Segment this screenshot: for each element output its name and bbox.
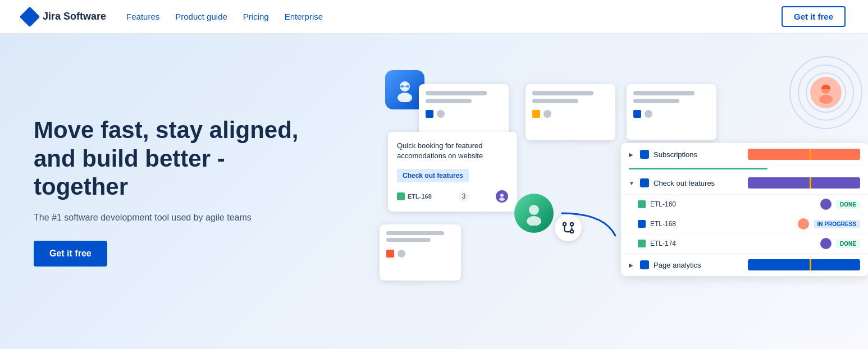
person-icon — [392, 77, 417, 102]
etl160-label: ETL-160 — [650, 200, 816, 208]
roadmap-row-subscriptions: ▶ Subscriptions — [621, 143, 868, 166]
check-icon — [638, 240, 646, 247]
card-line — [532, 91, 593, 95]
card-line — [633, 91, 695, 95]
svg-point-5 — [500, 194, 504, 197]
task-card-footer: ETL-168 3 — [397, 190, 508, 203]
avatar-red-person — [810, 77, 842, 108]
main-task-card: Quick booking for featured accomodations… — [388, 132, 517, 212]
timeline-marker — [810, 149, 811, 160]
check-icon — [638, 200, 646, 208]
user-avatar-3 — [820, 238, 832, 249]
timeline-marker — [810, 177, 811, 189]
task-card-title: Quick booking for featured accomodations… — [397, 141, 508, 161]
card-line — [386, 238, 431, 242]
checkout-bar — [748, 177, 860, 189]
bar-blue — [748, 259, 860, 270]
sub-row-etl168: ETL-168 IN PROGRESS — [621, 214, 868, 234]
card-dots — [633, 110, 710, 118]
card-line — [633, 99, 679, 103]
gray-dot — [437, 110, 445, 118]
expand-icon: ▶ — [629, 151, 636, 158]
roadmap-panel: ▶ Subscriptions ▼ Check out features — [621, 143, 868, 276]
blue-dot — [633, 110, 641, 118]
svg-point-8 — [527, 216, 541, 226]
check-out-features-badge: Check out features — [397, 169, 469, 182]
hero-text: Move fast, stay aligned, and build bette… — [0, 116, 314, 266]
etl-count: 3 — [458, 191, 469, 202]
nav-left: Jira Software Features Product guide Pri… — [22, 10, 323, 24]
row-icon-blue — [640, 150, 649, 159]
hero-title: Move fast, stay aligned, and build bette… — [34, 116, 314, 201]
card-dots — [532, 110, 609, 118]
expand-icon: ▶ — [629, 262, 636, 268]
subscriptions-bar — [748, 149, 860, 160]
get-it-free-nav-button[interactable]: Get it free — [782, 6, 846, 27]
analytics-label: Page analytics — [654, 261, 743, 269]
row-icon-blue — [640, 178, 649, 187]
etl-avatar — [496, 190, 508, 203]
svg-point-13 — [819, 95, 833, 104]
card-line — [426, 99, 472, 103]
etl-icon — [397, 192, 405, 200]
etl-badge: ETL-168 — [397, 192, 432, 200]
nav-link-product-guide[interactable]: Product guide — [175, 12, 227, 21]
sub-row-etl160: ETL-160 DONE — [621, 195, 868, 214]
sub-row-etl174: ETL-174 DONE — [621, 234, 868, 254]
svg-point-6 — [499, 198, 505, 201]
svg-rect-3 — [406, 85, 409, 88]
checkout-label: Check out features — [654, 179, 743, 187]
gray-dot — [543, 110, 551, 118]
bar-orange — [748, 149, 860, 160]
status-done-1: DONE — [836, 200, 860, 209]
red-dot — [386, 250, 394, 258]
analytics-bar — [748, 259, 860, 270]
avatar-ring-container — [789, 56, 862, 129]
roadmap-row-checkout: ▼ Check out features — [621, 172, 868, 195]
jira-diamond-icon — [20, 6, 40, 27]
hero-subtitle: The #1 software development tool used by… — [34, 213, 314, 223]
roadmap-row-analytics: ▶ Page analytics — [621, 254, 868, 276]
kanban-card-3 — [627, 84, 716, 140]
card-line — [532, 99, 578, 103]
card-dots — [386, 250, 454, 258]
gray-dot — [398, 250, 405, 258]
status-inprogress: IN PROGRESS — [814, 220, 860, 228]
progress-bar — [629, 168, 768, 169]
card-dots — [426, 110, 502, 118]
svg-point-1 — [398, 93, 412, 102]
card-line — [386, 231, 444, 235]
subscriptions-label: Subscriptions — [654, 150, 743, 159]
user-avatar-2 — [798, 218, 809, 229]
nav-links: Features Product guide Pricing Enterpris… — [126, 12, 323, 21]
person-red-icon — [815, 81, 837, 104]
card-line — [426, 91, 487, 95]
svg-rect-2 — [400, 85, 404, 88]
row-icon-blue — [640, 260, 649, 269]
kanban-card-4 — [380, 224, 461, 281]
blue-dot — [426, 110, 433, 118]
navbar: Jira Software Features Product guide Pri… — [0, 0, 868, 34]
kanban-card-2 — [526, 84, 615, 140]
timeline-marker — [810, 259, 811, 270]
etl-text: ETL-168 — [408, 193, 432, 200]
etl168-label: ETL-168 — [650, 220, 793, 228]
logo: Jira Software — [22, 10, 106, 24]
nav-link-enterprise[interactable]: Enterprise — [285, 12, 323, 21]
logo-text: Jira Software — [43, 11, 106, 22]
avatar-green-person — [514, 194, 554, 233]
nav-link-pricing[interactable]: Pricing — [243, 12, 269, 21]
user-avatar-1 — [820, 199, 832, 210]
bar-purple — [748, 177, 860, 189]
svg-point-7 — [529, 205, 539, 215]
etl174-label: ETL-174 — [650, 240, 816, 247]
nav-link-features[interactable]: Features — [126, 12, 159, 21]
gray-dot — [645, 110, 652, 118]
hero-illustration: Quick booking for featured accomodations… — [340, 34, 868, 349]
get-it-free-hero-button[interactable]: Get it free — [34, 241, 107, 267]
git-merge-icon — [561, 221, 575, 235]
hero-section: Move fast, stay aligned, and build bette… — [0, 34, 868, 349]
git-icon — [555, 214, 582, 241]
status-done-2: DONE — [836, 240, 860, 248]
yellow-dot — [532, 110, 540, 118]
